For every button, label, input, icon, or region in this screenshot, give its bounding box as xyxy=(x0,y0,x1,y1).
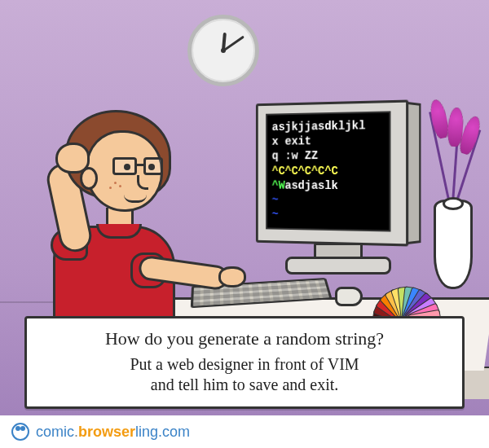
terminal-line: asjkjjasdkljkl xyxy=(272,118,385,134)
caption-question: How do you generate a random string? xyxy=(38,328,451,349)
browserling-logo-icon xyxy=(11,423,29,441)
footer-tld: .com xyxy=(158,424,190,440)
monitor-side xyxy=(408,102,421,244)
footer-prefix: comic xyxy=(36,424,74,440)
monitor: asjkjjasdkljklx exitq :w ZZ^C^C^C^C^C^Wa… xyxy=(256,100,408,247)
caption-answer-line1: Put a web designer in front of VIM xyxy=(130,355,359,373)
caption-answer: Put a web designer in front of VIM and t… xyxy=(38,354,451,395)
terminal-screen: asjkjjasdkljklx exitq :w ZZ^C^C^C^C^C^Wa… xyxy=(266,111,390,231)
clock-center xyxy=(221,48,226,53)
terminal-line: ^C^C^C^C^C xyxy=(272,163,385,178)
footer-brand-accent: browser xyxy=(78,424,135,440)
person-designer: DESIGN xyxy=(16,86,228,354)
footer-text: comic.browserling.com xyxy=(36,424,190,441)
wall-clock xyxy=(187,15,259,86)
caption-box: How do you generate a random string? Put… xyxy=(24,316,465,409)
caption-answer-line2: and tell him to save and exit. xyxy=(151,376,339,393)
terminal-line: q :w ZZ xyxy=(272,148,385,164)
footer-attribution: comic.browserling.com xyxy=(0,415,489,448)
terminal-line: ~ xyxy=(272,192,385,209)
mouse xyxy=(335,287,363,306)
terminal-line: ~ xyxy=(272,207,385,223)
footer-brand-rest: ling xyxy=(135,424,158,440)
vase xyxy=(434,200,473,289)
plant xyxy=(417,106,482,204)
terminal-line: x exit xyxy=(272,133,385,149)
monitor-base xyxy=(285,257,391,275)
terminal-line: ^Wasdjaslk xyxy=(272,178,385,194)
